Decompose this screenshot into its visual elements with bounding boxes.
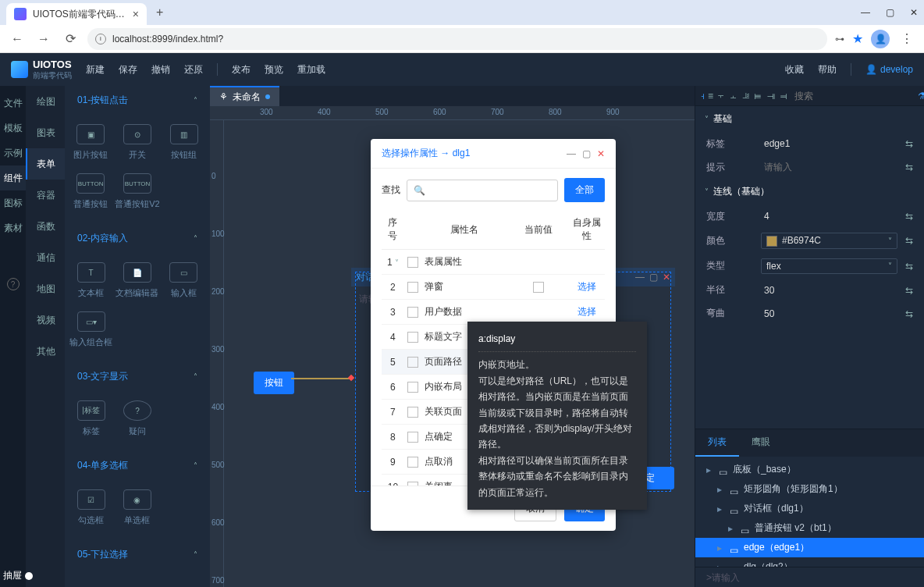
cat-video[interactable]: 视频 [26,304,65,336]
tree-item[interactable]: ▸▭底板（_base） [695,460,924,479]
checkbox[interactable] [407,282,418,293]
section-buttons[interactable]: 01-按钮点击˄ [65,86,210,115]
rail-component[interactable]: 组件 [0,165,26,190]
color-select[interactable]: #B6974C˅ [761,233,897,249]
section-checkbox[interactable]: 04-单多选框˄ [65,451,210,480]
cat-chart[interactable]: 图表 [26,117,65,148]
cat-form[interactable]: 表单 [26,148,65,180]
menu-save[interactable]: 保存 [119,63,137,76]
tree-item[interactable]: ▸▭普通按钮 v2（bt1） [695,518,924,538]
menu-reload[interactable]: 重加载 [297,63,325,76]
profile-icon[interactable]: 👤 [871,30,890,48]
pal-textbox[interactable]: T文本框 [68,256,114,305]
align-middle-icon[interactable]: ⫡ [741,89,751,103]
pal-editor[interactable]: 📄文档编辑器 [114,256,160,305]
section-basic[interactable]: ˅基础 [695,106,924,132]
section-input[interactable]: 02-内容输入˄ [65,224,210,253]
menu-new[interactable]: 新建 [86,63,105,76]
table-row[interactable]: 1 ˅ 表属属性 [382,250,605,275]
checkbox[interactable] [407,432,418,443]
tree-item[interactable]: ▸▭对话框（dlg1） [695,499,924,518]
canvas-button-node[interactable]: 按钮 [254,372,294,394]
pal-radio[interactable]: ◉单选框 [114,483,160,532]
section-dropdown[interactable]: 05-下拉选择˄ [65,540,210,569]
checkbox[interactable] [533,282,544,293]
tag-input[interactable] [761,137,897,151]
maximize-icon[interactable]: ▢ [582,148,591,159]
help-icon[interactable]: ? [7,278,20,290]
all-button[interactable]: 全部 [564,178,605,202]
link-icon[interactable]: ⇆ [905,211,913,222]
canvas-edge[interactable] [291,378,352,379]
pal-button-group[interactable]: ▥按钮组 [162,118,207,167]
tree-item[interactable]: ▸▭矩形圆角（矩形圆角1） [695,479,924,499]
link-icon[interactable]: ⇆ [905,235,913,246]
new-tab-button[interactable]: + [156,5,163,20]
link-icon[interactable]: ⇆ [905,285,913,296]
radius-input[interactable] [761,283,897,297]
pal-question[interactable]: ?疑问 [114,394,160,443]
pal-switch[interactable]: ⊙开关 [113,118,161,167]
hint-input[interactable] [761,160,897,174]
rail-asset[interactable]: 素材 [0,215,26,240]
menu-icon[interactable]: ⋮ [897,31,916,46]
back-icon[interactable]: ← [8,32,27,46]
menu-redo[interactable]: 还原 [184,63,203,76]
search-input[interactable] [407,180,558,201]
menu-undo[interactable]: 撤销 [151,63,170,76]
minimize-icon[interactable]: — [861,7,870,18]
type-select[interactable]: flex˅ [761,258,897,274]
align-top-icon[interactable]: ⫠ [729,89,738,103]
pal-button[interactable]: BUTTON普通按钮 [68,167,113,216]
menu-publish[interactable]: 发布 [232,63,251,76]
checkbox[interactable] [407,357,418,368]
rail-icon[interactable]: 图标 [0,190,26,215]
browser-tab[interactable]: UIOTOS前端零代码，原型即应 × [6,3,147,25]
align-left-icon[interactable]: ⫞ [700,89,705,103]
align-center-icon[interactable]: ≡ [708,89,713,103]
info-icon[interactable]: i [95,34,106,44]
maximize-icon[interactable]: ▢ [649,272,658,283]
tab-list[interactable]: 列表 [695,429,739,457]
maximize-icon[interactable]: ▢ [886,7,894,18]
menu-preview[interactable]: 预览 [265,63,283,76]
table-row[interactable]: 3 用户数据 选择 [382,300,605,325]
minimize-icon[interactable]: — [567,148,576,159]
pal-checkbox[interactable]: ☑勾选框 [68,483,114,532]
menu-favorite[interactable]: 收藏 [785,63,804,76]
link-icon[interactable]: ⇆ [905,162,913,173]
checkbox[interactable] [407,407,418,418]
checkbox[interactable] [407,257,418,268]
select-link[interactable]: 选择 [578,306,596,317]
distribute-v-icon[interactable]: ⫤ [779,89,788,103]
checkbox[interactable] [407,332,418,343]
tree-item[interactable]: ▸▭dlg（dlg2） [695,557,924,567]
url-field[interactable]: i localhost:8999/index.html? [87,28,827,50]
bookmark-icon[interactable]: ★ [852,31,863,46]
command-input[interactable] [703,571,916,585]
tree-item[interactable]: ▸▭edge（edge1） [695,538,924,557]
user-link[interactable]: 👤 develop [865,64,913,75]
pal-input[interactable]: ▭输入框 [161,256,207,305]
link-icon[interactable]: ⇆ [905,138,913,149]
distribute-h-icon[interactable]: ⫣ [766,89,776,103]
cat-container[interactable]: 容器 [26,180,65,211]
pal-image-button[interactable]: ▣图片按钮 [68,118,113,167]
key-icon[interactable]: ⊶ [835,34,844,44]
width-input[interactable] [761,209,897,223]
section-edge[interactable]: ˅连线（基础） [695,179,924,205]
rail-file[interactable]: 文件 [0,91,26,116]
pal-input-combo[interactable]: ▭▾输入组合框 [68,305,114,354]
cat-comm[interactable]: 通信 [26,242,65,273]
document-tab[interactable]: ⚘ 未命名 [210,86,279,106]
section-text[interactable]: 03-文字显示˄ [65,362,210,391]
tab-close-icon[interactable]: × [133,8,139,20]
pal-label[interactable]: |标签标签 [68,394,114,443]
align-bottom-icon[interactable]: ⫢ [754,89,763,103]
menu-help[interactable]: 帮助 [818,63,837,76]
reload-icon[interactable]: ⟳ [61,31,80,46]
tab-eagle[interactable]: 鹰眼 [739,429,783,457]
close-icon[interactable]: ✕ [597,148,605,159]
filter-icon[interactable]: ⚗ [918,91,924,101]
link-icon[interactable]: ⇆ [905,261,913,272]
